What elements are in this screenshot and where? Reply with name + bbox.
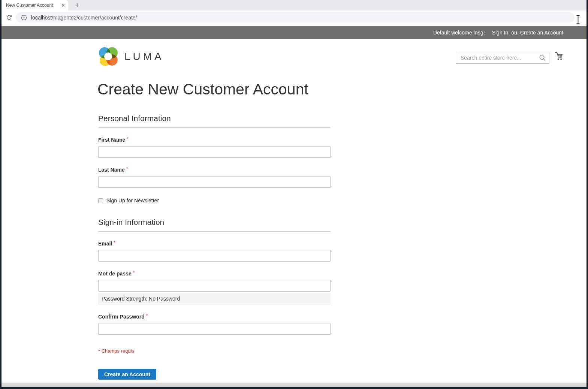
url-host: localhost (31, 15, 52, 21)
tab-close-icon[interactable]: ✕ (61, 3, 65, 8)
window-frame-bottom (0, 387, 588, 389)
luma-logo[interactable]: LUMA (98, 46, 164, 67)
email-label: Email (98, 241, 112, 247)
cart-icon[interactable] (553, 51, 565, 63)
password-strength-meter: Password Strength: No Password (98, 293, 331, 305)
required-asterisk: * (114, 240, 115, 245)
page-title: Create New Customer Account (97, 81, 308, 98)
browser-tab[interactable]: New Customer Account ✕ (1, 0, 68, 10)
create-account-button[interactable]: Create an Account (98, 369, 156, 380)
or-text: ou (511, 30, 517, 36)
search-icon[interactable] (539, 54, 546, 61)
password-field: Mot de passe* Password Strength: No Pass… (98, 270, 331, 305)
search-input[interactable] (456, 55, 539, 61)
reload-icon[interactable] (6, 14, 13, 21)
welcome-panel: Default welcome msg! Sign In ou Create a… (1, 26, 587, 39)
required-asterisk: * (127, 136, 129, 142)
luma-logo-text: LUMA (124, 51, 164, 63)
first-name-input[interactable] (98, 146, 331, 158)
personal-information-heading: Personal Information (98, 110, 331, 128)
first-name-label: First Name (98, 137, 125, 143)
text-cursor-icon (576, 15, 581, 26)
password-label: Mot de passe (98, 271, 132, 277)
create-account-form: Personal Information First Name* Last Na… (98, 110, 331, 380)
tab-title: New Customer Account (6, 3, 59, 8)
footer-top-strip (1, 383, 587, 387)
confirm-password-input[interactable] (98, 323, 331, 335)
first-name-field: First Name* (98, 136, 331, 158)
new-tab-icon[interactable]: + (73, 1, 81, 9)
sign-in-link[interactable]: Sign In (492, 30, 509, 36)
confirm-password-label: Confirm Password (98, 314, 145, 320)
newsletter-row: Sign Up for Newsletter (98, 197, 331, 203)
last-name-input[interactable] (98, 176, 331, 188)
luma-logo-icon (98, 46, 118, 67)
confirm-password-field: Confirm Password* (98, 313, 331, 335)
window-frame-left (0, 0, 1, 389)
required-asterisk: * (133, 270, 135, 275)
url-path: /magento2/customer/account/create/ (52, 15, 137, 21)
newsletter-checkbox[interactable] (98, 198, 103, 203)
password-input[interactable] (98, 280, 331, 292)
last-name-label: Last Name (98, 167, 125, 173)
required-asterisk: * (146, 313, 148, 319)
welcome-message: Default welcome msg! (433, 30, 485, 36)
window-frame-right (587, 0, 588, 389)
email-field: Email* (98, 240, 331, 262)
newsletter-label: Sign Up for Newsletter (106, 197, 159, 203)
url-field[interactable]: localhost/magento2/customer/account/crea… (16, 12, 575, 22)
required-fields-note: * Champs requis (98, 348, 331, 354)
sign-in-information-heading: Sign-in Information (98, 214, 331, 232)
browser-address-bar: localhost/magento2/customer/account/crea… (1, 10, 587, 24)
create-account-link[interactable]: Create an Account (520, 30, 563, 36)
url-text: localhost/magento2/customer/account/crea… (31, 15, 137, 21)
required-asterisk: * (126, 166, 128, 172)
info-icon[interactable] (21, 15, 27, 21)
last-name-field: Last Name* (98, 166, 331, 188)
search-box (456, 52, 549, 64)
email-input[interactable] (98, 250, 331, 262)
browser-tab-strip: New Customer Account ✕ + (1, 0, 587, 10)
